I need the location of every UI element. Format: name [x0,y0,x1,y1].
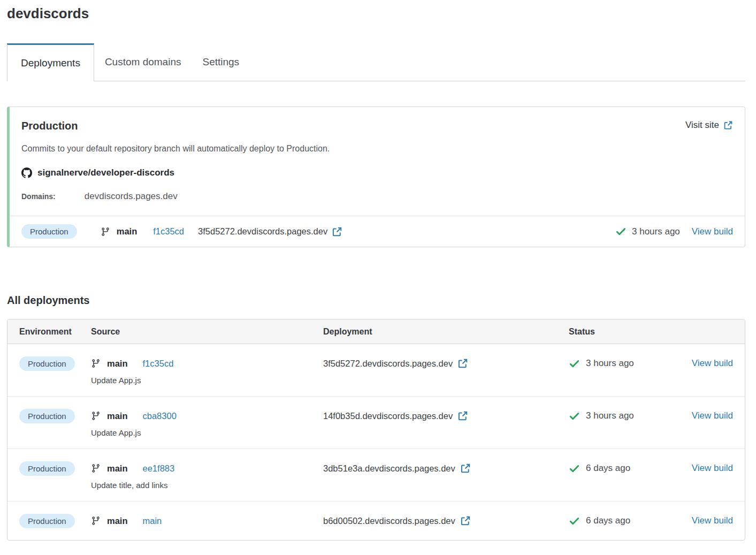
branch-name: main [107,359,128,369]
success-check-icon [569,463,580,474]
deployment-url: 3f5d5272.devdiscords.pages.dev [323,359,453,369]
commit-message: Update title, add links [91,481,323,490]
action-cell: View build [686,460,733,476]
success-check-icon [615,226,627,237]
deployment-url: 3db51e3a.devdiscords.pages.dev [323,463,455,474]
branch-name: main [117,226,138,237]
deployment-url: 3f5d5272.devdiscords.pages.dev [198,226,327,237]
branch-name: main [107,411,128,421]
commit-link[interactable]: cba8300 [143,411,177,421]
action-cell: View build [686,408,733,424]
branch-name: main [107,463,128,474]
repo-name: signalnerve/developer-discords [37,168,174,178]
git-branch-icon [91,359,101,368]
domains-value: devdiscords.pages.dev [85,191,178,202]
table-header-row: Environment Source Deployment Status [7,320,745,344]
external-link-icon [723,120,733,130]
column-header-deployment: Deployment [323,327,569,337]
view-build-link[interactable]: View build [692,463,733,474]
tab-bar: Deployments Custom domains Settings [7,43,745,81]
table-row: Production main f1c35cd Update App.js 3f… [7,344,745,396]
status-cell: 3 hours ago [569,408,686,424]
action-cell: View build [686,513,733,529]
visit-site-link[interactable]: Visit site [685,120,733,131]
environment-badge: Production [19,356,75,371]
status-time: 3 hours ago [632,226,680,237]
status-cell: 6 days ago [569,460,686,476]
view-build-link[interactable]: View build [692,410,733,421]
deployment-cell: 14f0b35d.devdiscords.pages.dev [323,408,569,424]
status-time: 3 hours ago [586,410,634,421]
commit-message: Update App.js [91,376,323,385]
view-build-link[interactable]: View build [692,358,733,369]
external-link-icon[interactable] [460,463,471,474]
status-cell: 3 hours ago [569,355,686,371]
action-cell: View build [686,355,733,371]
commit-link[interactable]: f1c35cd [143,359,174,369]
status-cell: 6 days ago [569,513,686,529]
all-deployments-title: All deployments [7,294,745,307]
git-branch-icon [91,516,101,526]
environment-badge: Production [19,514,75,528]
column-header-environment: Environment [19,327,91,337]
commit-link[interactable]: main [143,516,162,526]
table-row: Production main main b6d00502.devdiscord… [7,501,745,540]
source-cell: main cba8300 Update App.js [91,408,323,437]
status-time: 6 days ago [586,463,630,474]
success-check-icon [569,410,580,422]
external-link-icon[interactable] [460,515,471,526]
commit-link[interactable]: ee1f883 [143,463,175,474]
page-title: devdiscords [7,5,745,22]
environment-cell: Production [19,460,91,476]
page: devdiscords Deployments Custom domains S… [0,5,756,541]
table-row: Production main ee1f883 Update title, ad… [7,448,745,501]
deployment-cell: b6d00502.devdiscords.pages.dev [323,513,569,529]
external-link-icon[interactable] [457,410,468,421]
domains-label: Domains: [21,192,56,201]
column-header-status: Status [569,327,686,337]
deployment-cell: 3db51e3a.devdiscords.pages.dev [323,460,569,476]
status-time: 6 days ago [586,515,630,526]
production-deployment-row: Production main f1c35cd 3f5d5272.devdisc… [10,216,745,247]
external-link-icon[interactable] [332,226,342,237]
deployment-url: 14f0b35d.devdiscords.pages.dev [323,411,453,421]
external-link-icon[interactable] [457,358,468,369]
environment-badge: Production [19,461,75,476]
column-header-source: Source [91,327,323,337]
status-time: 3 hours ago [586,358,634,369]
deployment-url: b6d00502.devdiscords.pages.dev [323,516,455,526]
visit-site-label: Visit site [685,120,719,131]
tab-custom-domains[interactable]: Custom domains [94,43,192,81]
production-card: Production Visit site Commits to your de… [7,107,745,247]
view-build-link[interactable]: View build [692,515,733,526]
deployment-cell: 3f5d5272.devdiscords.pages.dev [323,355,569,371]
success-check-icon [569,358,580,369]
commit-link[interactable]: f1c35cd [153,226,184,237]
source-cell: main ee1f883 Update title, add links [91,460,323,490]
branch-name: main [107,516,128,526]
git-branch-icon [91,411,101,421]
source-cell: main main [91,513,323,529]
success-check-icon [569,515,580,527]
environment-cell: Production [19,355,91,371]
environment-badge: Production [19,409,75,423]
table-row: Production main cba8300 Update App.js 14… [7,396,745,448]
git-branch-icon [101,227,110,237]
github-icon [21,168,32,178]
tab-settings[interactable]: Settings [192,43,250,81]
commit-message: Update App.js [91,428,323,437]
production-card-title: Production [21,120,78,132]
view-build-link[interactable]: View build [692,226,733,237]
environment-badge: Production [21,224,77,239]
deployments-table-body: Production main f1c35cd Update App.js 3f… [7,344,745,540]
source-cell: main f1c35cd Update App.js [91,355,323,385]
production-description: Commits to your default repository branc… [10,132,745,154]
deployments-table: Environment Source Deployment Status Pro… [7,319,745,541]
environment-cell: Production [19,408,91,424]
environment-cell: Production [19,513,91,529]
git-branch-icon [91,463,101,473]
tab-deployments[interactable]: Deployments [7,43,94,81]
